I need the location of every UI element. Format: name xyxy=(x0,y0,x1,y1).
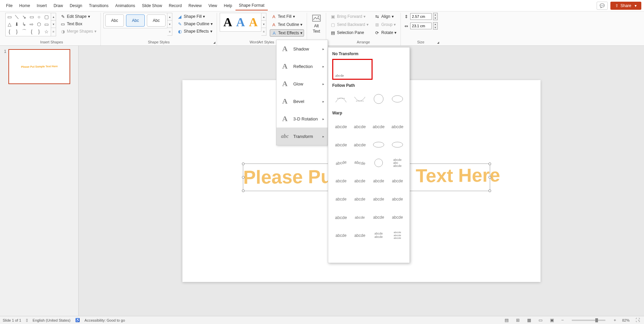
transform-path-arch-down[interactable]: a b c d e xyxy=(351,91,369,107)
resize-handle-sw[interactable] xyxy=(242,189,245,192)
width-down[interactable]: ▾ xyxy=(433,26,437,29)
zoom-out[interactable]: − xyxy=(560,317,565,323)
menu-help[interactable]: Help xyxy=(220,1,235,10)
align-button[interactable]: ⇆ Align ▾ xyxy=(373,13,398,20)
selection-pane-button[interactable]: ▤ Selection Pane xyxy=(329,29,370,36)
warp-circle[interactable] xyxy=(370,154,387,171)
warp-deflate-inflate[interactable]: abcdeabcde xyxy=(370,227,387,244)
warp-chevron-up[interactable]: abcde xyxy=(332,136,350,153)
shapes-gallery[interactable]: ▭ ＼ ↘ ▭ ○ ▢ △ ⬇ ↳ ⇨ ⬡ ▭ { } ⌒ { } xyxy=(5,13,51,36)
menu-design[interactable]: Design xyxy=(66,1,85,10)
shape-star[interactable]: ☆ xyxy=(43,29,49,35)
group-button[interactable]: ⊞ Group ▾ xyxy=(373,21,398,28)
menu-transitions[interactable]: Transitions xyxy=(86,1,112,10)
warp-curve-up[interactable]: abcde xyxy=(332,173,350,189)
styles-gallery-up[interactable]: ▴ xyxy=(167,13,172,21)
warp-plain[interactable]: abcde xyxy=(332,118,350,135)
shape-hex[interactable]: ⬡ xyxy=(36,21,42,27)
style-item-3[interactable]: Abc xyxy=(147,14,166,27)
zoom-slider[interactable] xyxy=(572,320,605,321)
width-input[interactable] xyxy=(410,23,432,29)
menu-insert[interactable]: Insert xyxy=(33,1,50,10)
shape-rect2[interactable]: ▭ xyxy=(43,21,49,27)
effects-transform-item[interactable]: abc Transform ▸ xyxy=(276,128,328,145)
warp-inflate[interactable]: abcde xyxy=(332,209,350,226)
menu-slideshow[interactable]: Slide Show xyxy=(138,1,165,10)
text-box-button[interactable]: ▭ Text Box xyxy=(59,21,98,27)
shape-brace2[interactable]: } xyxy=(14,29,20,35)
gallery-more[interactable]: ≡ xyxy=(51,28,56,35)
rotate-button[interactable]: ⟳ Rotate ▾ xyxy=(373,29,398,36)
shape-fill-button[interactable]: ◢ Shape Fill ▾ xyxy=(176,13,214,20)
effects-bevel-item[interactable]: A Bevel ▸ xyxy=(276,93,328,110)
slide-thumbnail-1[interactable]: Please Put Sample Text Here xyxy=(8,49,70,84)
effects-reflection-item[interactable]: A Reflection ▸ xyxy=(276,58,328,75)
menu-draw[interactable]: Draw xyxy=(50,1,66,10)
notes-button[interactable]: ▤ xyxy=(503,317,510,323)
transform-path-arch-up[interactable]: a b c d e xyxy=(332,91,350,107)
wordart-style-3[interactable]: A xyxy=(249,15,258,29)
menu-file[interactable]: File xyxy=(3,1,16,10)
comments-button[interactable]: 💬 xyxy=(597,2,608,10)
warp-deflate-top[interactable]: abcde xyxy=(351,227,369,244)
shape-brace3[interactable]: { xyxy=(29,29,35,35)
menu-view[interactable]: View xyxy=(205,1,220,10)
warp-curve-down[interactable]: abcde xyxy=(351,173,369,189)
shape-triangle[interactable]: △ xyxy=(6,21,12,27)
wordart-gallery-down[interactable]: ▾ xyxy=(261,21,266,28)
gallery-up[interactable]: ▴ xyxy=(51,13,56,21)
status-language[interactable]: English (United States) xyxy=(33,318,71,322)
warp-deflate-bottom[interactable]: abcde xyxy=(332,227,350,244)
menu-review[interactable]: Review xyxy=(185,1,205,10)
shape-line-arrow[interactable]: ↘ xyxy=(21,14,27,20)
warp-arch-up[interactable]: abcde xyxy=(332,154,350,171)
collapse-ribbon-button[interactable]: ⌄ xyxy=(637,318,640,321)
shape-styles-gallery[interactable]: Abc Abc Abc xyxy=(103,13,167,28)
transform-no-transform-item[interactable]: abcde xyxy=(332,59,373,80)
resize-handle-se[interactable] xyxy=(488,189,491,192)
menu-home[interactable]: Home xyxy=(16,1,33,10)
menu-animations[interactable]: Animations xyxy=(112,1,138,10)
size-launcher[interactable]: ◢ xyxy=(437,41,439,44)
resize-handle-w[interactable] xyxy=(242,176,245,179)
warp-inflate-top[interactable]: abcde xyxy=(389,209,406,226)
edit-shape-button[interactable]: ✎ Edit Shape ▾ xyxy=(59,13,98,20)
zoom-in[interactable]: + xyxy=(612,317,617,323)
warp-ring-outside[interactable] xyxy=(389,136,406,153)
shape-rounded[interactable]: ▢ xyxy=(43,14,49,20)
wordart-gallery[interactable]: A A A xyxy=(220,13,261,32)
wordart-gallery-more[interactable]: ≡ xyxy=(261,28,266,35)
warp-double-wave2[interactable]: abcde xyxy=(389,191,406,208)
transform-path-button[interactable] xyxy=(389,91,406,107)
transform-gallery-more[interactable]: • • • xyxy=(328,263,410,263)
height-up[interactable]: ▴ xyxy=(433,13,437,16)
status-spell-icon[interactable]: ▯ xyxy=(26,318,28,322)
effects-shadow-item[interactable]: A Shadow ▸ xyxy=(276,40,328,58)
view-reading[interactable]: ▭ xyxy=(537,317,544,323)
warp-triangle-down[interactable]: abcde xyxy=(389,118,406,135)
warp-can-up[interactable]: abcde xyxy=(370,173,387,189)
view-sorter[interactable]: ▦ xyxy=(526,317,532,323)
shape-arc[interactable]: ⌒ xyxy=(21,29,27,35)
gallery-down[interactable]: ▾ xyxy=(51,21,56,28)
wordart-gallery-up[interactable]: ▴ xyxy=(261,13,266,21)
shape-outline-button[interactable]: ✎ Shape Outline ▾ xyxy=(176,21,214,27)
warp-ring-inside[interactable] xyxy=(370,136,387,153)
shape-styles-launcher[interactable]: ◢ xyxy=(213,41,215,44)
view-normal[interactable]: ⊞ xyxy=(515,317,521,323)
warp-can-down[interactable]: abcde xyxy=(389,173,406,189)
warp-double-wave1[interactable]: abcde xyxy=(370,191,387,208)
view-slideshow[interactable]: ▣ xyxy=(549,317,555,323)
send-backward-button[interactable]: ▢ Send Backward ▾ xyxy=(329,21,370,28)
shape-oval[interactable]: ○ xyxy=(36,14,42,20)
status-slide[interactable]: Slide 1 of 1 xyxy=(3,318,21,322)
warp-wave1[interactable]: abcde xyxy=(332,191,350,208)
shape-textbox[interactable]: ▭ xyxy=(6,14,12,20)
styles-gallery-more[interactable]: ≡ xyxy=(167,28,172,35)
style-item-2[interactable]: Abc xyxy=(126,14,145,27)
bring-forward-button[interactable]: ▣ Bring Forward ▾ xyxy=(329,13,370,20)
share-button[interactable]: ⇪ Share ▾ xyxy=(610,2,641,10)
warp-button[interactable]: abcdeabcabcde xyxy=(389,154,406,171)
warp-stop[interactable]: abcde xyxy=(351,118,369,135)
style-item-1[interactable]: Abc xyxy=(105,14,124,27)
